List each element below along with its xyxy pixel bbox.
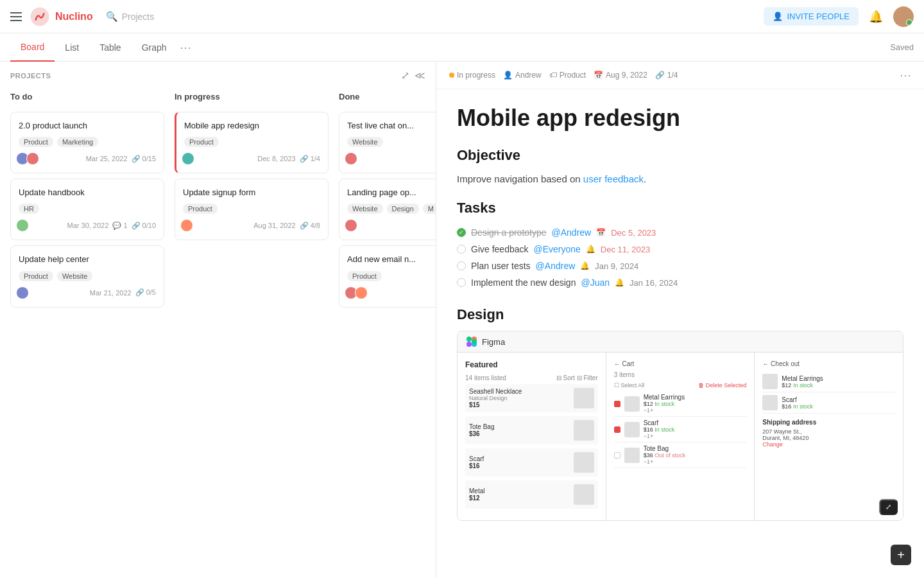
- task-text: Implement the new design: [471, 277, 576, 288]
- task-item: ✓ Design a prototype @Andrew 📅 Dec 5, 20…: [457, 224, 903, 241]
- figma-section-header: 14 items listed⊟ Sort ⊟ Filter: [465, 374, 598, 381]
- notifications-button[interactable]: 🔔: [869, 10, 883, 24]
- card-live-chat[interactable]: Test live chat on... Website Mar 3, 2022: [339, 112, 436, 173]
- tasks-list: ✓ Design a prototype @Andrew 📅 Dec 5, 20…: [457, 224, 903, 291]
- task-checkbox[interactable]: [457, 278, 466, 287]
- card-meta: Mar 21, 2022 🔗 0/5: [90, 288, 156, 297]
- user-feedback-link[interactable]: user feedback: [583, 173, 644, 184]
- card-footer: Dec 8, 2023 🔗 1/4: [184, 152, 320, 165]
- team-label: Product: [560, 71, 586, 80]
- card-tags: Website: [347, 137, 436, 147]
- card-date: Dec 8, 2023: [257, 155, 295, 162]
- task-checkbox[interactable]: [457, 261, 466, 270]
- task-text: Plan user tests: [471, 261, 531, 271]
- tab-table[interactable]: Table: [89, 33, 131, 62]
- card-footer: Feb 23, 202...: [347, 286, 436, 299]
- tag-marketing: Marketing: [57, 137, 98, 147]
- status-label: In progress: [457, 71, 495, 80]
- doc-date[interactable]: 📅 Aug 9, 2022: [594, 71, 647, 80]
- doc-more-button[interactable]: ⋯: [900, 68, 911, 82]
- task-date: Dec 11, 2023: [601, 245, 650, 254]
- task-mention[interactable]: @Everyone: [534, 244, 581, 254]
- bell-icon: 🔔: [615, 278, 624, 287]
- figma-frames: Featured 14 items listed⊟ Sort ⊟ Filter …: [458, 353, 903, 520]
- expand-board-button[interactable]: ⤢: [401, 69, 409, 82]
- doc-assignee[interactable]: 👤 Andrew: [503, 71, 542, 80]
- card-signup-form[interactable]: Update signup form Product Aug 31, 2022 …: [175, 179, 329, 240]
- doc-panel: In progress 👤 Andrew 🏷 Product 📅 Aug 9, …: [436, 62, 924, 578]
- card-email[interactable]: Add new email n... Product Feb 23, 202..…: [339, 245, 436, 307]
- card-stat: 🔗 4/8: [300, 222, 320, 230]
- column-inprogress: In progress Mobile app redesign Product …: [175, 89, 329, 568]
- card-landing-page[interactable]: Landing page op... Website Design M Mar …: [339, 179, 436, 240]
- bell-icon: 📅: [596, 228, 606, 237]
- figma-cart-item: Tote Bag $36 Out of stock −1+: [614, 442, 747, 468]
- doc-content: Mobile app redesign Objective Improve na…: [436, 89, 924, 578]
- task-checkbox-done[interactable]: ✓: [457, 228, 466, 237]
- collapse-board-button[interactable]: ≪: [415, 69, 425, 82]
- task-checkbox[interactable]: [457, 245, 466, 254]
- hamburger-menu[interactable]: [10, 12, 22, 21]
- bell-icon: 🔔: [586, 245, 595, 254]
- task-item: Give feedback @Everyone 🔔 Dec 11, 2023: [457, 241, 903, 258]
- main-layout: PROJECTS ⤢ ≪ To do 2.0 product launch Pr…: [0, 62, 924, 578]
- task-mention[interactable]: @Juan: [581, 277, 610, 288]
- tab-list[interactable]: List: [55, 33, 89, 62]
- top-nav: Nuclino 🔍 Projects 👤 INVITE PEOPLE 🔔: [0, 0, 924, 33]
- add-button[interactable]: +: [891, 545, 911, 565]
- invite-people-button[interactable]: 👤 INVITE PEOPLE: [764, 7, 859, 26]
- figma-checkbox: [614, 426, 620, 433]
- card-title: Update signup form: [183, 187, 320, 198]
- card-footer: Mar 3, 2022: [347, 152, 436, 165]
- card-date: Aug 31, 2022: [253, 222, 295, 229]
- task-date: Jan 9, 2024: [595, 261, 638, 271]
- board-header-actions: ⤢ ≪: [401, 69, 425, 82]
- figma-product-card: Seashell Necklace Natural Design $15: [465, 384, 598, 412]
- logo: Nuclino: [30, 6, 93, 27]
- card-footer: Mar 30, 2022 💬 1 🔗 0/10: [19, 219, 156, 232]
- card-avatars: [19, 152, 39, 165]
- task-mention[interactable]: @Andrew: [536, 261, 576, 271]
- doc-status[interactable]: In progress: [449, 71, 495, 80]
- app-name: Nuclino: [55, 11, 93, 22]
- doc-team[interactable]: 🏷 Product: [549, 71, 586, 80]
- figma-cart-item: Scarf $16 In stock: [762, 392, 895, 414]
- figma-back: ← Cart: [614, 360, 747, 367]
- figma-change-link[interactable]: Change: [762, 441, 895, 448]
- figma-expand-button[interactable]: ⤢: [879, 499, 898, 515]
- avatar: [180, 219, 193, 232]
- figma-title: Figma: [482, 337, 505, 347]
- task-date: Jan 16, 2024: [629, 278, 678, 288]
- card-meta: Mar 25, 2022 🔗 0/15: [86, 155, 156, 163]
- column-todo: To do 2.0 product launch Product Marketi…: [10, 89, 164, 568]
- saved-label: Saved: [890, 42, 914, 52]
- tag-website: Website: [57, 271, 93, 281]
- card-meta: Dec 8, 2023 🔗 1/4: [257, 155, 320, 163]
- tab-graph[interactable]: Graph: [132, 33, 177, 62]
- tag-product: Product: [19, 137, 53, 147]
- card-help-center[interactable]: Update help center Product Website Mar 2…: [10, 245, 164, 307]
- card-date: Mar 30, 2022: [67, 222, 109, 229]
- objective-end: .: [644, 173, 646, 184]
- tab-more-icon[interactable]: ⋯: [180, 40, 191, 55]
- figma-product-card: Tote Bag $36: [465, 416, 598, 444]
- card-avatars: [184, 152, 194, 165]
- card-title: Test live chat on...: [347, 120, 436, 132]
- task-text: Give feedback: [471, 244, 529, 254]
- figma-icon: [466, 337, 477, 347]
- card-product-launch[interactable]: 2.0 product launch Product Marketing Mar…: [10, 112, 164, 173]
- card-footer: Mar 1, 2022: [347, 219, 436, 232]
- card-handbook[interactable]: Update handbook HR Mar 30, 2022 💬 1 🔗 0/…: [10, 179, 164, 240]
- card-title: 2.0 product launch: [19, 120, 156, 132]
- card-title: Update handbook: [19, 187, 156, 198]
- card-avatars: [347, 152, 357, 165]
- tab-board[interactable]: Board: [10, 33, 55, 62]
- card-avatars: [347, 286, 368, 299]
- doc-progress[interactable]: 🔗 1/4: [655, 71, 678, 80]
- task-mention[interactable]: @Andrew: [552, 227, 592, 238]
- card-mobile-redesign[interactable]: Mobile app redesign Product Dec 8, 2023 …: [175, 112, 329, 173]
- search-bar[interactable]: 🔍 Projects: [106, 11, 155, 22]
- user-avatar[interactable]: [893, 6, 914, 27]
- figma-product-card: Metal $12: [465, 480, 598, 509]
- invite-icon: 👤: [773, 12, 783, 21]
